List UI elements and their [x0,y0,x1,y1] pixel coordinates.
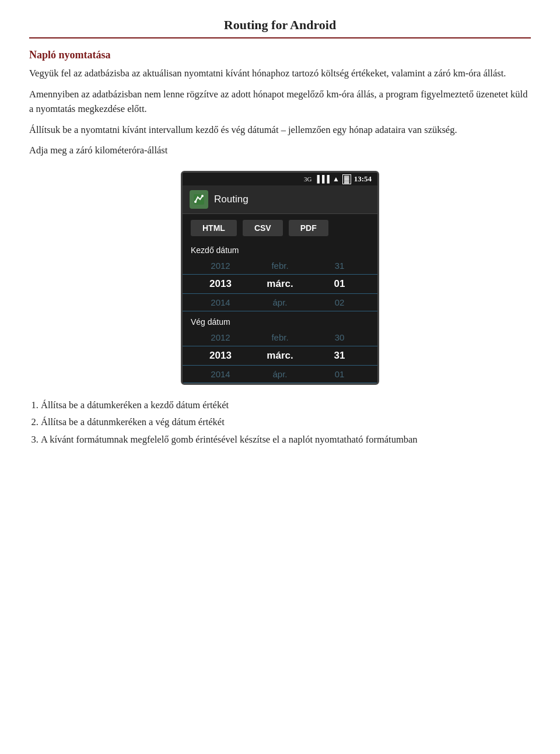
veg-datum-section: Vég dátum 2012 febr. 30 2013 márc. 31 20… [183,314,377,383]
kezdo-year-1: 2012 [205,261,237,271]
kezdo-year-2: 2013 [205,278,237,290]
kezdo-datum-section: Kezdő dátum 2012 febr. 31 2013 márc. 01 … [183,242,377,311]
kezdo-month-1: febr. [264,261,296,271]
csv-button[interactable]: CSV [243,220,283,236]
veg-year-3: 2014 [205,369,237,379]
wifi-icon: ▲ [332,175,340,184]
signal-icon: 3G [304,176,312,183]
phone-title-bar: Routing [183,185,377,214]
veg-month-2: márc. [264,350,296,362]
kezdo-day-3: 02 [324,297,356,307]
page-title: Routing for Android [29,17,531,38]
kezdo-datum-label: Kezdő dátum [183,242,377,257]
step-3: A kívánt formátumnak megfelelő gomb érin… [41,432,531,447]
kezdo-row-3[interactable]: 2014 ápr. 02 [183,294,377,311]
veg-scroll[interactable]: 2012 febr. 30 2013 márc. 31 2014 ápr. 01 [183,329,377,383]
pdf-button[interactable]: PDF [289,220,328,236]
step-2: Állítsa be a dátunmkeréken a vég dátum é… [41,415,531,430]
veg-datum-label: Vég dátum [183,314,377,329]
veg-row-3[interactable]: 2014 ápr. 01 [183,366,377,383]
veg-month-3: ápr. [264,369,296,379]
phone-screenshot: 3G ▐▐▐ ▲ ▓ 13:54 Routing HTML CSV PDF [181,171,379,385]
veg-day-2: 31 [324,350,356,362]
phone-status-bar: 3G ▐▐▐ ▲ ▓ 13:54 [183,173,377,185]
phone-app-title: Routing [214,194,249,205]
kezdo-day-2: 01 [324,278,356,290]
veg-row-2[interactable]: 2013 márc. 31 [183,346,377,366]
paragraph-4: Adja meg a záró kilométeróra-állást [29,143,531,158]
kezdo-month-3: ápr. [264,297,296,307]
section-heading: Napló nyomtatása [29,49,531,61]
kezdo-day-1: 31 [324,261,356,271]
step-1: Állítsa be a dátumkeréken a kezdő dátum … [41,398,531,413]
svg-point-1 [194,201,197,203]
status-time: 13:54 [354,174,372,184]
kezdo-row-1[interactable]: 2012 febr. 31 [183,257,377,275]
battery-icon: ▓ [342,174,351,184]
kezdo-year-3: 2014 [205,297,237,307]
veg-row-1[interactable]: 2012 febr. 30 [183,329,377,346]
kezdo-month-2: márc. [264,278,296,290]
html-button[interactable]: HTML [191,220,237,236]
svg-point-2 [201,195,204,197]
kezdo-row-2[interactable]: 2013 márc. 01 [183,275,377,294]
signal-bars-icon: ▐▐▐ [315,175,330,184]
paragraph-1: Vegyük fel az adatbázisba az aktuálisan … [29,66,531,81]
kezdo-scroll[interactable]: 2012 febr. 31 2013 márc. 01 2014 ápr. 02 [183,257,377,311]
paragraph-2: Amennyiben az adatbázisban nem lenne rög… [29,87,531,117]
veg-day-1: 30 [324,332,356,342]
steps-list: Állítsa be a dátumkeréken a kezdő dátum … [29,398,531,447]
veg-day-3: 01 [324,369,356,379]
veg-year-2: 2013 [205,350,237,362]
phone-screenshot-wrapper: 3G ▐▐▐ ▲ ▓ 13:54 Routing HTML CSV PDF [29,171,531,385]
routing-app-icon [190,190,208,209]
veg-month-1: febr. [264,332,296,342]
veg-year-1: 2012 [205,332,237,342]
format-buttons-bar: HTML CSV PDF [183,214,377,242]
paragraph-3: Állítsuk be a nyomtatni kívánt intervall… [29,122,531,138]
